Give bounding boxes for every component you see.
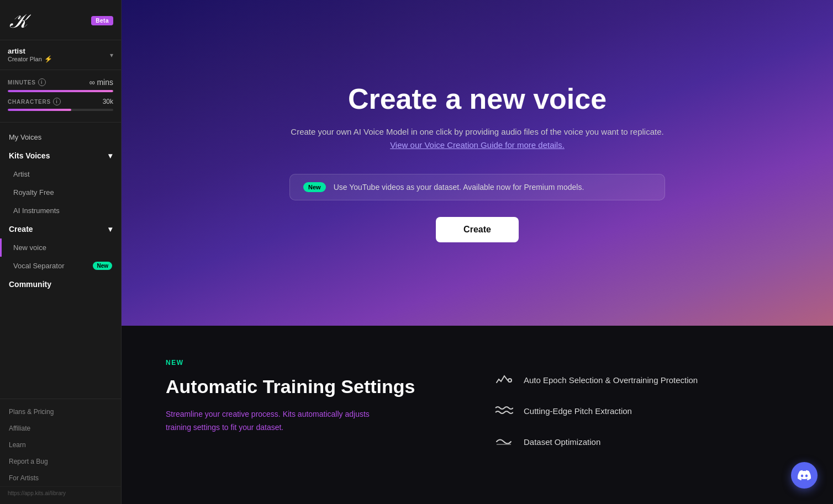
user-chevron-icon: ▾ — [110, 51, 113, 59]
minutes-value: ∞ mins — [89, 78, 113, 87]
hero-title: Create a new voice — [348, 83, 607, 115]
hero-guide-link[interactable]: View our Voice Creation Guide for more d… — [390, 140, 565, 150]
hero-section: Create a new voice Create your own AI Vo… — [122, 0, 833, 326]
new-feature-badge: New — [303, 182, 326, 192]
plan-bolt-icon: ⚡ — [44, 55, 52, 63]
feature-item-dataset: Dataset Optimization — [494, 432, 789, 452]
feature-item-pitch-text: Cutting-Edge Pitch Extraction — [524, 406, 632, 416]
sidebar-item-for-artists[interactable]: For Artists — [0, 470, 121, 486]
kits-logo-icon: 𝒦 — [8, 9, 31, 32]
sidebar-item-plans-pricing[interactable]: Plans & Pricing — [0, 404, 121, 420]
feature-item-epoch-text: Auto Epoch Selection & Overtraining Prot… — [524, 375, 698, 385]
user-section[interactable]: artist Creator Plan ⚡ ▾ — [0, 40, 121, 70]
dataset-icon — [494, 432, 514, 452]
new-feature-banner: New Use YouTube videos as your dataset. … — [289, 174, 665, 200]
new-feature-text: Use YouTube videos as your dataset. Avai… — [334, 183, 584, 192]
characters-stat-row: CHARACTERS i 30k — [8, 98, 113, 105]
characters-label: CHARACTERS i — [8, 98, 61, 105]
sidebar-item-learn[interactable]: Learn — [0, 437, 121, 453]
sidebar-item-new-voice[interactable]: New voice — [0, 238, 121, 257]
characters-info-icon[interactable]: i — [53, 98, 61, 105]
svg-point-1 — [508, 379, 512, 382]
sidebar-item-affiliate[interactable]: Affiliate — [0, 420, 121, 437]
sidebar-item-create[interactable]: Create ▾ — [0, 220, 121, 238]
minutes-progress-fill — [8, 90, 113, 92]
stats-section: MINUTES i ∞ mins CHARACTERS i 30k — [0, 70, 121, 123]
lower-left: NEW Automatic Training Settings Streamli… — [166, 359, 461, 434]
feature-section-title: Automatic Training Settings — [166, 375, 461, 398]
sidebar-item-kits-voices[interactable]: Kits Voices ▾ — [0, 146, 121, 165]
sidebar-item-community[interactable]: Community — [0, 275, 121, 294]
feature-item-pitch: Cutting-Edge Pitch Extraction — [494, 401, 789, 421]
minutes-progress-bar — [8, 90, 113, 92]
create-button[interactable]: Create — [436, 217, 519, 242]
sidebar: 𝒦 Beta artist Creator Plan ⚡ ▾ MINUTES i… — [0, 0, 122, 504]
minutes-info-icon[interactable]: i — [38, 78, 46, 86]
pitch-icon — [494, 401, 514, 421]
hero-subtitle: Create your own AI Voice Model in one cl… — [291, 125, 663, 152]
status-bar: https://app.kits.ai/library — [0, 486, 121, 500]
feature-item-epoch: Auto Epoch Selection & Overtraining Prot… — [494, 370, 789, 390]
beta-badge: Beta — [91, 16, 113, 25]
vocal-separator-new-badge: New — [93, 262, 112, 270]
svg-text:𝒦: 𝒦 — [9, 10, 31, 32]
sidebar-item-artist[interactable]: Artist — [0, 165, 121, 183]
feature-section-label: NEW — [166, 359, 461, 367]
minutes-label: MINUTES i — [8, 78, 46, 86]
user-plan: Creator Plan ⚡ — [8, 55, 52, 63]
feature-item-dataset-text: Dataset Optimization — [524, 437, 600, 447]
feature-section-desc: Streamline your creative process. Kits a… — [166, 408, 461, 434]
characters-progress-bar — [8, 109, 113, 111]
sidebar-item-my-voices[interactable]: My Voices — [0, 128, 121, 146]
sidebar-header: 𝒦 Beta — [0, 0, 121, 40]
lower-section: NEW Automatic Training Settings Streamli… — [122, 326, 833, 485]
sidebar-item-royalty-free[interactable]: Royalty Free — [0, 183, 121, 201]
nav-section: My Voices Kits Voices ▾ Artist Royalty F… — [0, 123, 121, 399]
create-chevron-icon: ▾ — [108, 225, 112, 234]
minutes-stat-row: MINUTES i ∞ mins — [8, 78, 113, 87]
user-info: artist Creator Plan ⚡ — [8, 47, 52, 63]
user-name: artist — [8, 47, 52, 55]
epoch-icon — [494, 370, 514, 390]
sidebar-item-vocal-separator[interactable]: Vocal Separator New — [0, 257, 121, 275]
sidebar-footer: Plans & Pricing Affiliate Learn Report a… — [0, 399, 121, 504]
sidebar-item-ai-instruments[interactable]: AI Instruments — [0, 201, 121, 220]
discord-fab[interactable] — [791, 462, 818, 489]
characters-value: 30k — [103, 98, 113, 105]
main-content: Create a new voice Create your own AI Vo… — [122, 0, 833, 504]
characters-progress-fill — [8, 109, 71, 111]
kits-voices-chevron-icon: ▾ — [108, 151, 112, 160]
logo-area: 𝒦 — [8, 9, 31, 32]
sidebar-item-report-bug[interactable]: Report a Bug — [0, 453, 121, 470]
feature-list: Auto Epoch Selection & Overtraining Prot… — [494, 359, 789, 452]
